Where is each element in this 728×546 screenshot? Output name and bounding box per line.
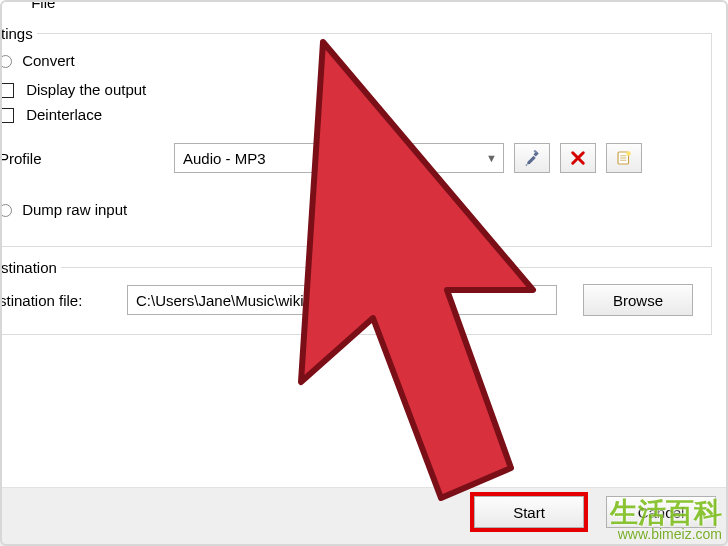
convert-radio[interactable]: Convert [0,52,693,69]
new-profile-icon [615,149,633,167]
display-output-checkbox[interactable]: Display the output [0,81,693,98]
svg-point-1 [626,151,631,156]
deinterlace-checkbox[interactable]: Deinterlace [0,106,693,123]
browse-button[interactable]: Browse [583,284,693,316]
delete-icon [569,149,587,167]
new-profile-button[interactable] [606,143,642,173]
type-value: File [31,0,55,11]
dump-raw-label: Dump raw input [22,201,127,218]
settings-legend: tings [0,25,37,42]
settings-group: tings Convert Display the output Deinter… [0,25,712,247]
cancel-button[interactable]: Cancel [606,496,716,528]
type-label: e: [0,0,27,11]
convert-label: Convert [22,52,75,69]
checkbox-icon [0,83,14,98]
radio-icon [0,204,12,217]
destination-group: stination stination file: C:\Users\Jane\… [0,259,712,335]
delete-profile-button[interactable] [560,143,596,173]
checkbox-icon [0,108,14,123]
radio-icon [0,55,12,68]
destination-file-input[interactable]: C:\Users\Jane\Music\wikiHow Audio. [127,285,557,315]
profile-value: Audio - MP3 [183,150,266,167]
profile-dropdown[interactable]: Audio - MP3 ▼ [174,143,504,173]
profile-label: Profile [0,150,174,167]
tools-icon [523,149,541,167]
deinterlace-label: Deinterlace [26,106,102,123]
destination-legend: stination [0,259,61,276]
destination-file-label: stination file: [0,292,127,309]
display-output-label: Display the output [26,81,146,98]
chevron-down-icon: ▼ [486,152,497,164]
destination-file-value: C:\Users\Jane\Music\wikiHow Audio. [136,292,379,309]
dialog-button-bar: Start Cancel [0,487,728,546]
start-button[interactable]: Start [474,496,584,528]
edit-profile-button[interactable] [514,143,550,173]
